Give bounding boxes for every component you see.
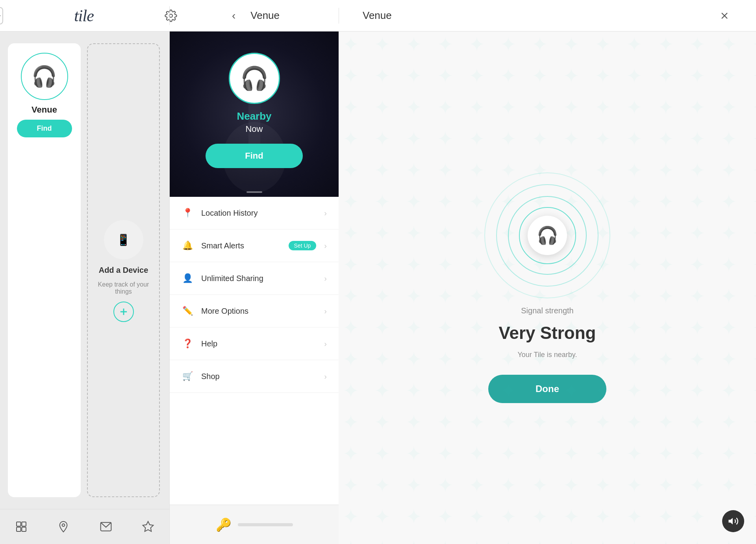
menu-label-options: More Options (201, 307, 316, 316)
right-panel: ✦ 🎧 Signal strength Very Strong Your Til… (339, 31, 756, 544)
preview-bar (238, 523, 293, 526)
pencil-icon: ✏️ (182, 306, 193, 316)
add-device-placeholder: 📱 (104, 220, 143, 259)
main-content: 🎧 Venue Find 📱 Add a Device Keep track o… (0, 31, 756, 544)
menu-item-help[interactable]: ❓ Help › (170, 328, 339, 360)
find-button[interactable]: Find (17, 120, 72, 137)
headphones-icon: 🎧 (32, 65, 57, 89)
hero-headphones-icon: 🎧 (240, 65, 269, 92)
right-title: Venue (363, 9, 392, 22)
bottom-nav (0, 509, 169, 544)
scroll-indicator (246, 191, 262, 193)
sound-button[interactable] (722, 510, 744, 532)
help-icon: ❓ (182, 339, 193, 349)
menu-label-alerts: Smart Alerts (201, 241, 281, 250)
menu-label-shop: Shop (201, 372, 316, 381)
back-button[interactable]: ‹ (229, 6, 239, 25)
add-device-title: Add a Device (99, 266, 148, 275)
chevron-icon: › (324, 274, 327, 283)
svg-rect-9 (17, 527, 21, 531)
nearby-label: Nearby (237, 110, 271, 122)
signal-rings: 🎧 (484, 172, 610, 298)
menu-list: 📍 Location History › 🔔 Smart Alerts Set … (170, 197, 339, 505)
menu-label-sharing: Unlimited Sharing (201, 274, 316, 283)
nav-notifications-button[interactable] (96, 517, 115, 536)
top-bar-center: ‹ Venue (169, 6, 339, 25)
close-button[interactable] (717, 8, 732, 24)
bell-icon: 🔔 (182, 241, 193, 251)
top-bar-right: Venue (339, 8, 756, 24)
signal-headphones-icon: 🎧 (537, 225, 558, 246)
add-device-card[interactable]: 📱 Add a Device Keep track of your things (87, 43, 160, 497)
left-panel: 🎧 Venue Find 📱 Add a Device Keep track o… (0, 31, 169, 544)
bottom-preview: 🔑 (170, 505, 339, 544)
center-title: Venue (250, 9, 280, 22)
svg-marker-22 (728, 518, 733, 524)
menu-item-options[interactable]: ✏️ More Options › (170, 295, 339, 328)
person-icon: 👤 (182, 273, 193, 283)
add-device-subtitle: Keep track of your things (94, 281, 153, 295)
setup-badge[interactable]: Set Up (289, 241, 317, 250)
nav-tiles-button[interactable] (12, 517, 31, 536)
middle-panel: 🎧 Nearby Now Find 📍 Location History › 🔔… (169, 31, 339, 544)
add-button[interactable] (0, 7, 3, 24)
shop-icon: 🛒 (182, 371, 193, 381)
app-logo: tile (74, 6, 94, 25)
venue-hero: 🎧 Nearby Now Find (170, 31, 339, 197)
chevron-icon: › (324, 209, 327, 218)
menu-item-sharing[interactable]: 👤 Unlimited Sharing › (170, 262, 339, 295)
signal-device: 🎧 (528, 216, 567, 255)
menu-item-location[interactable]: 📍 Location History › (170, 197, 339, 229)
key-icon: 🔑 (216, 517, 232, 532)
svg-marker-13 (143, 522, 154, 531)
nav-map-button[interactable] (54, 517, 73, 536)
location-icon: 📍 (182, 208, 193, 218)
svg-rect-8 (22, 522, 26, 526)
chevron-icon: › (324, 307, 327, 316)
svg-point-11 (62, 524, 65, 527)
hero-content: 🎧 Nearby Now Find (206, 53, 302, 176)
hero-find-button[interactable]: Find (206, 144, 302, 168)
chevron-icon: › (324, 339, 327, 348)
menu-label-location: Location History (201, 209, 316, 218)
nav-premium-button[interactable] (139, 517, 158, 536)
chevron-icon: › (324, 372, 327, 381)
top-bar-left: tile (0, 6, 169, 25)
chevron-icon: › (324, 241, 327, 250)
add-circle-button[interactable] (113, 302, 134, 322)
menu-label-help: Help (201, 339, 316, 348)
tiles-area: 🎧 Venue Find 📱 Add a Device Keep track o… (0, 31, 169, 509)
device-circle: 🎧 (21, 53, 68, 100)
venue-tile-card: 🎧 Venue Find (8, 43, 81, 497)
top-bar: tile ‹ Venue Venue (0, 0, 756, 31)
menu-item-shop[interactable]: 🛒 Shop › (170, 360, 339, 393)
svg-rect-7 (17, 522, 21, 526)
now-label: Now (245, 124, 263, 134)
menu-item-alerts[interactable]: 🔔 Smart Alerts Set Up › (170, 229, 339, 262)
hero-device-circle: 🎧 (229, 53, 280, 104)
svg-rect-10 (22, 527, 26, 531)
device-name: Venue (32, 105, 57, 115)
